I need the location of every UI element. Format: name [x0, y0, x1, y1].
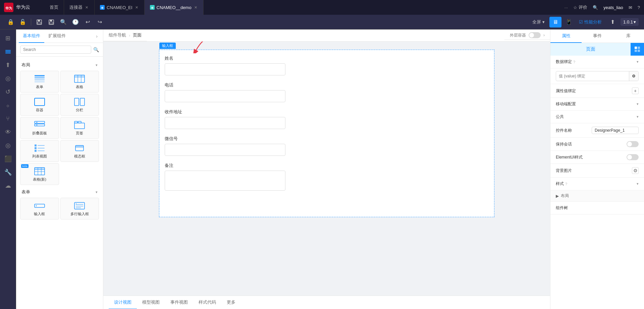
comp-container[interactable]: 容器 — [20, 94, 59, 116]
sidebar-upload-btn[interactable]: ⬆ — [2, 59, 14, 71]
keep-session-toggle[interactable] — [627, 141, 639, 147]
tab-event-view[interactable]: 事件视图 — [165, 296, 193, 309]
element-ui-toggle[interactable] — [627, 154, 639, 160]
tab-cnameo-demo-close[interactable]: ✕ — [194, 5, 198, 10]
more-options-btn[interactable]: ··· — [564, 5, 568, 10]
tab-design-view[interactable]: 设计视图 — [109, 296, 137, 309]
data-binding-help-icon[interactable]: ? — [573, 60, 575, 64]
bottom-tabs: 设计视图 模型视图 事件视图 样式代码 更多 — [103, 296, 550, 309]
tab-basic-components[interactable]: 基本组件 — [19, 29, 44, 43]
panel-collapse-btn[interactable]: › — [93, 29, 100, 43]
comp-modal[interactable]: 模态框 — [60, 140, 99, 162]
comp-collapse[interactable]: 折叠面板 — [20, 117, 59, 139]
unlock-btn[interactable]: 🔓 — [17, 17, 28, 27]
sidebar-cloud-btn[interactable]: ☁ — [2, 180, 14, 192]
canvas-page[interactable]: 输入框 姓名 — [159, 50, 494, 217]
eval-button[interactable]: ☆ 评价 — [573, 4, 587, 10]
right-tab-library[interactable]: 库 — [613, 29, 644, 43]
tab-cnameo-ei-close[interactable]: ✕ — [135, 5, 139, 10]
tab-cnameo-demo[interactable]: ◈ CNAMEO__demo ✕ — [145, 0, 204, 15]
right-tab-events[interactable]: 事件 — [582, 29, 613, 43]
sidebar-components-btn[interactable]: ⊞ — [2, 32, 14, 44]
prop-row-control-name: 控件名称 — [550, 123, 644, 138]
comp-table-list[interactable]: 表单 — [20, 71, 59, 92]
mail-icon[interactable]: ✉ — [629, 5, 632, 10]
tab-home[interactable]: 首页 — [44, 0, 64, 15]
search-input[interactable] — [20, 46, 91, 54]
section-form-header[interactable]: 表单 ▾ — [16, 186, 103, 196]
sidebar-network-btn[interactable]: ◎ — [2, 72, 14, 84]
control-name-input[interactable] — [592, 127, 639, 134]
svg-rect-9 — [5, 50, 11, 51]
prop-layout-left: ▶ 布局 — [556, 193, 569, 199]
comp-split-panel[interactable]: 分栏 — [60, 94, 99, 116]
desktop-view-btn[interactable]: 🖥 — [549, 17, 561, 27]
sidebar-plugin-btn[interactable]: ⬦ — [2, 99, 14, 111]
sidebar-history-btn[interactable]: ↺ — [2, 86, 14, 98]
prop-row-common: 公共 ▾ — [550, 111, 644, 123]
nav-current[interactable]: 页面 — [133, 32, 142, 38]
redo-btn[interactable]: ↪ — [94, 17, 105, 27]
svg-rect-20 — [74, 75, 85, 77]
field-wechat-input[interactable] — [165, 144, 285, 156]
outer-container-toggle[interactable] — [529, 32, 541, 38]
field-phone: 电话 — [165, 82, 489, 102]
style-expand[interactable]: ▾ — [637, 182, 639, 186]
svg-rect-22 — [74, 98, 79, 106]
comp-table-list-label: 表单 — [36, 84, 43, 89]
undo-btn[interactable]: ↩ — [82, 17, 93, 27]
mobile-config-expand[interactable]: ▾ — [637, 102, 639, 106]
help-icon[interactable]: ? — [638, 5, 640, 10]
lock-btn[interactable]: 🔒 — [5, 17, 16, 27]
common-expand[interactable]: ▾ — [637, 115, 639, 119]
prop-row-element-ui: ElementUI样式 — [550, 151, 644, 164]
sidebar-tools-btn[interactable]: 🔧 — [2, 166, 14, 178]
field-name-input[interactable] — [165, 63, 285, 75]
username-label[interactable]: yeats_liao — [603, 5, 623, 10]
comp-new-table[interactable]: beta 表格(新) — [20, 163, 59, 185]
outer-container-arrow-right[interactable]: › — [543, 33, 545, 38]
prop-layout-header[interactable]: ▶ 布局 — [550, 190, 644, 202]
sidebar-git-btn[interactable]: ⑂ — [2, 113, 14, 125]
search-submit-icon[interactable]: 🔍 — [93, 47, 99, 52]
comp-list-view[interactable]: 列表视图 — [20, 140, 59, 162]
field-address-input[interactable] — [165, 117, 285, 129]
comp-input[interactable]: 输入框 — [20, 198, 59, 220]
tab-extended-components[interactable]: 扩展组件 — [44, 29, 70, 43]
save-btn[interactable] — [34, 17, 45, 27]
search-icon[interactable]: 🔍 — [593, 5, 598, 10]
fullscreen-btn[interactable]: 全屏 ▾ — [529, 18, 548, 26]
tab-more[interactable]: 更多 — [221, 296, 241, 309]
sidebar-target-btn[interactable]: ◎ — [2, 139, 14, 151]
data-binding-expand[interactable]: ▾ — [637, 60, 639, 64]
comp-tab[interactable]: 页签 — [60, 117, 99, 139]
share-btn[interactable]: ⬆ — [607, 17, 618, 27]
bg-image-settings-icon[interactable]: ⚙ — [632, 167, 639, 174]
mobile-view-btn[interactable]: 📱 — [563, 17, 575, 27]
tab-cnameo-ei[interactable]: ◈ CNAMEO_EI ✕ — [95, 0, 145, 15]
version-badge[interactable]: 1.0.1 ▾ — [621, 18, 639, 26]
comp-textarea[interactable]: 多行输入框 — [60, 198, 99, 220]
tab-model-view[interactable]: 模型视图 — [137, 296, 165, 309]
tab-connector[interactable]: 连接器 ✕ — [64, 0, 95, 15]
section-layout-header[interactable]: 布局 ▾ — [16, 59, 103, 69]
sidebar-publish-btn[interactable]: ⬛ — [2, 153, 14, 165]
nav-root[interactable]: 组件导航 — [109, 32, 126, 38]
comp-table-grid[interactable]: 表格 — [60, 71, 99, 92]
sidebar-view-btn[interactable]: 👁 — [2, 126, 14, 138]
tab-style-code[interactable]: 样式代码 — [193, 296, 221, 309]
prop-binding-add-btn[interactable]: + — [632, 87, 639, 94]
zoom-btn[interactable]: 🔍 — [58, 17, 69, 27]
sidebar-layers-btn[interactable] — [2, 46, 14, 58]
save-as-btn[interactable]: + — [46, 17, 57, 27]
data-binding-settings-icon[interactable]: ⚙ — [629, 71, 638, 81]
tab-connector-close[interactable]: ✕ — [85, 5, 89, 10]
data-binding-input[interactable] — [556, 72, 629, 80]
style-help-icon[interactable]: ? — [565, 182, 567, 186]
perf-analysis-btn[interactable]: ☑ 性能分析 — [576, 18, 604, 26]
history-btn[interactable]: 🕐 — [70, 17, 81, 27]
right-tab-props[interactable]: 属性 — [550, 29, 582, 43]
app-name: 华为云 — [16, 4, 30, 10]
field-phone-input[interactable] — [165, 90, 285, 102]
field-remark-input[interactable] — [165, 171, 285, 191]
